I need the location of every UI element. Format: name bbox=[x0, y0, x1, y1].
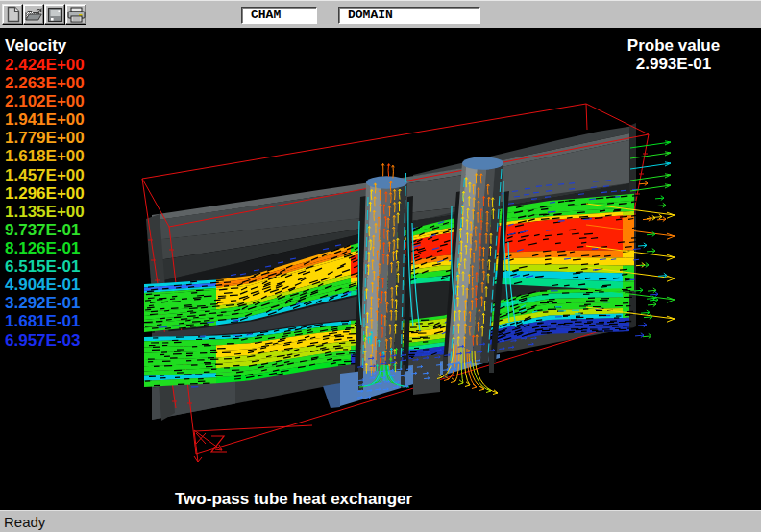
svg-text:Probe value: Probe value bbox=[627, 36, 720, 55]
svg-text:8.126E-01: 8.126E-01 bbox=[5, 239, 80, 257]
svg-text:2.102E+00: 2.102E+00 bbox=[5, 92, 85, 110]
svg-text:3.292E-01: 3.292E-01 bbox=[5, 294, 80, 312]
svg-text:1.681E-01: 1.681E-01 bbox=[5, 312, 80, 330]
svg-text:6.957E-03: 6.957E-03 bbox=[5, 331, 80, 350]
svg-text:Two-pass tube heat exchanger: Two-pass tube heat exchanger bbox=[175, 490, 413, 508]
svg-text:2.424E+00: 2.424E+00 bbox=[5, 56, 85, 74]
svg-text:1.135E+00: 1.135E+00 bbox=[5, 203, 85, 221]
svg-text:2.263E+00: 2.263E+00 bbox=[5, 74, 85, 92]
svg-text:9.737E-01: 9.737E-01 bbox=[5, 221, 80, 239]
svg-text:1.296E+00: 1.296E+00 bbox=[5, 184, 85, 203]
svg-text:1.779E+00: 1.779E+00 bbox=[5, 129, 85, 147]
svg-text:Velocity: Velocity bbox=[5, 36, 67, 55]
svg-text:1.941E+00: 1.941E+00 bbox=[5, 110, 85, 129]
svg-text:1.618E+00: 1.618E+00 bbox=[5, 147, 85, 165]
svg-text:6.515E-01: 6.515E-01 bbox=[5, 257, 80, 276]
svg-text:1.457E+00: 1.457E+00 bbox=[5, 166, 85, 184]
svg-text:2.993E-01: 2.993E-01 bbox=[636, 55, 711, 73]
svg-text:4.904E-01: 4.904E-01 bbox=[5, 276, 80, 294]
